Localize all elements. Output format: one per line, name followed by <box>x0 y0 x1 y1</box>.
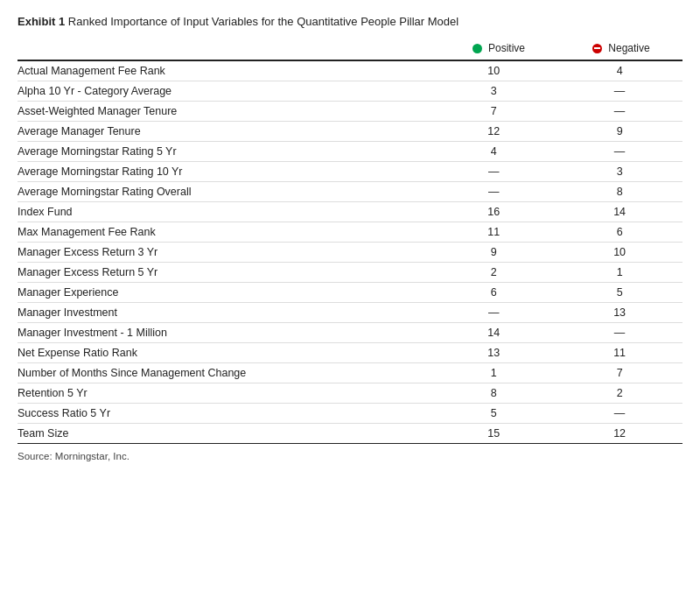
row-label: Team Size <box>18 424 430 444</box>
table-row: Asset-Weighted Manager Tenure7— <box>18 102 682 122</box>
table-row: Alpha 10 Yr - Category Average3— <box>18 81 682 102</box>
exhibit-title: Exhibit 1 Ranked Importance of Input Var… <box>18 14 682 30</box>
table-row: Team Size1512 <box>18 424 682 444</box>
positive-icon <box>472 44 482 53</box>
exhibit-title-text: Ranked Importance of Input Variables for… <box>68 15 458 28</box>
row-negative-value: 6 <box>556 222 682 243</box>
table-row: Average Manager Tenure129 <box>18 122 682 142</box>
row-label: Alpha 10 Yr - Category Average <box>18 81 430 102</box>
row-positive-value: 6 <box>430 283 556 303</box>
row-negative-value: 2 <box>556 383 682 404</box>
row-positive-value: 2 <box>430 263 556 283</box>
row-positive-value: — <box>430 182 556 202</box>
row-positive-value: — <box>430 303 556 323</box>
row-positive-value: 16 <box>430 202 556 222</box>
row-positive-value: 8 <box>430 383 556 404</box>
row-positive-value: 4 <box>430 142 556 162</box>
row-positive-value: — <box>430 162 556 182</box>
table-row: Max Management Fee Rank116 <box>18 222 682 243</box>
table-row: Retention 5 Yr82 <box>18 383 682 404</box>
positive-label: Positive <box>488 42 525 54</box>
table-row: Success Ratio 5 Yr5— <box>18 404 682 424</box>
row-negative-value: — <box>556 102 682 122</box>
table-row: Index Fund1614 <box>18 202 682 222</box>
table-row: Average Morningstar Rating 5 Yr4— <box>18 142 682 162</box>
row-positive-value: 15 <box>430 424 556 444</box>
data-table: Actual Management Fee Rank104Alpha 10 Yr… <box>18 61 682 444</box>
table-row: Net Expense Ratio Rank1311 <box>18 343 682 363</box>
row-label: Manager Investment <box>18 303 430 323</box>
table-row: Actual Management Fee Rank104 <box>18 61 682 81</box>
row-negative-value: 13 <box>556 303 682 323</box>
row-negative-value: 12 <box>556 424 682 444</box>
table-row: Manager Investment - 1 Million14— <box>18 323 682 343</box>
row-positive-value: 10 <box>430 61 556 81</box>
row-label: Manager Excess Return 3 Yr <box>18 243 430 263</box>
row-label: Number of Months Since Management Change <box>18 363 430 383</box>
row-label: Average Morningstar Rating 10 Yr <box>18 162 430 182</box>
row-label: Manager Experience <box>18 283 430 303</box>
row-positive-value: 1 <box>430 363 556 383</box>
negative-icon <box>592 44 602 53</box>
row-negative-value: 3 <box>556 162 682 182</box>
table-row: Average Morningstar Rating Overall—8 <box>18 182 682 202</box>
positive-col-header: Positive <box>438 42 560 54</box>
table-header: Positive Negative <box>18 42 682 61</box>
row-negative-value: 4 <box>556 61 682 81</box>
row-negative-value: 9 <box>556 122 682 142</box>
row-label: Max Management Fee Rank <box>18 222 430 243</box>
table-row: Manager Experience65 <box>18 283 682 303</box>
row-label: Index Fund <box>18 202 430 222</box>
row-negative-value: — <box>556 404 682 424</box>
table-row: Manager Excess Return 5 Yr21 <box>18 263 682 283</box>
exhibit-label: Exhibit 1 <box>18 15 65 28</box>
table-row: Average Morningstar Rating 10 Yr—3 <box>18 162 682 182</box>
row-positive-value: 7 <box>430 102 556 122</box>
row-label: Net Expense Ratio Rank <box>18 343 430 363</box>
row-negative-value: 11 <box>556 343 682 363</box>
row-label: Average Manager Tenure <box>18 122 430 142</box>
row-positive-value: 11 <box>430 222 556 243</box>
row-positive-value: 3 <box>430 81 556 102</box>
row-label: Actual Management Fee Rank <box>18 61 430 81</box>
row-negative-value: 14 <box>556 202 682 222</box>
row-label: Average Morningstar Rating 5 Yr <box>18 142 430 162</box>
row-negative-value: — <box>556 323 682 343</box>
row-positive-value: 14 <box>430 323 556 343</box>
row-positive-value: 13 <box>430 343 556 363</box>
row-negative-value: — <box>556 81 682 102</box>
negative-col-header: Negative <box>560 42 682 54</box>
row-label: Retention 5 Yr <box>18 383 430 404</box>
table-row: Manager Investment—13 <box>18 303 682 323</box>
row-negative-value: 5 <box>556 283 682 303</box>
row-negative-value: 1 <box>556 263 682 283</box>
row-negative-value: — <box>556 142 682 162</box>
row-positive-value: 9 <box>430 243 556 263</box>
row-positive-value: 12 <box>430 122 556 142</box>
row-negative-value: 8 <box>556 182 682 202</box>
row-negative-value: 10 <box>556 243 682 263</box>
negative-label: Negative <box>608 42 649 54</box>
row-positive-value: 5 <box>430 404 556 424</box>
row-negative-value: 7 <box>556 363 682 383</box>
table-row: Manager Excess Return 3 Yr910 <box>18 243 682 263</box>
row-label: Average Morningstar Rating Overall <box>18 182 430 202</box>
row-label: Manager Investment - 1 Million <box>18 323 430 343</box>
row-label: Success Ratio 5 Yr <box>18 404 430 424</box>
row-label: Asset-Weighted Manager Tenure <box>18 102 430 122</box>
table-row: Number of Months Since Management Change… <box>18 363 682 383</box>
source-text: Source: Morningstar, Inc. <box>18 451 682 461</box>
row-label: Manager Excess Return 5 Yr <box>18 263 430 283</box>
